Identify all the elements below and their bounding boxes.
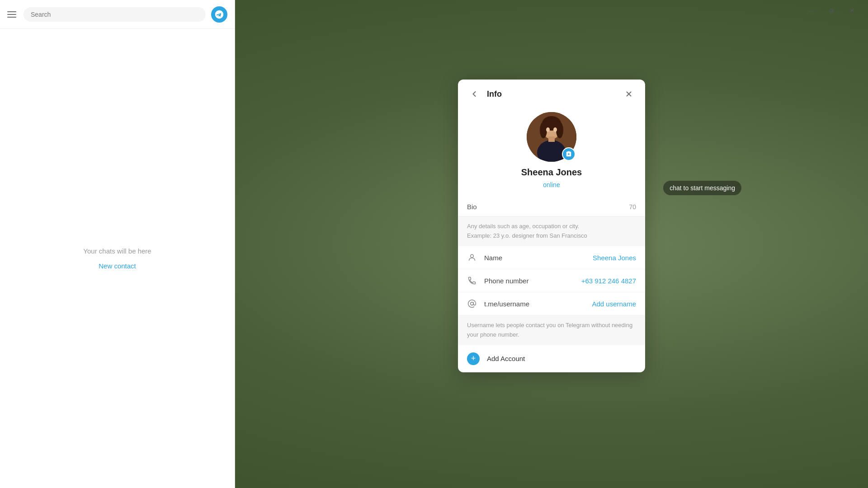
add-account-icon: + — [467, 352, 480, 365]
username-label: t.me/username — [484, 300, 585, 308]
username-row[interactable]: t.me/username Add username — [458, 292, 645, 315]
close-modal-button[interactable] — [622, 87, 636, 101]
telegram-logo — [211, 6, 227, 23]
main-area: chat to start messaging Info — [235, 0, 868, 488]
svg-point-10 — [546, 127, 550, 132]
phone-value[interactable]: +63 912 246 4827 — [581, 277, 636, 285]
phone-label: Phone number — [484, 277, 574, 285]
user-status: online — [543, 181, 560, 188]
bio-section: Bio 70 — [458, 197, 645, 216]
name-label: Name — [484, 254, 585, 262]
new-contact-link[interactable]: New contact — [99, 262, 136, 270]
modal-title: Info — [487, 89, 616, 99]
avatar-section: Sheena Jones online — [458, 108, 645, 197]
bio-char-count: 70 — [629, 203, 636, 211]
window-chrome: — ⧉ ✕ — [795, 0, 868, 21]
empty-chats-text: Your chats will be here — [83, 247, 151, 255]
name-value[interactable]: Sheena Jones — [593, 254, 636, 262]
sidebar-content: Your chats will be here New contact — [0, 29, 235, 488]
svg-point-11 — [553, 127, 557, 132]
bio-row: Bio 70 — [467, 197, 636, 216]
camera-button[interactable] — [562, 147, 576, 161]
add-account-label: Add Account — [487, 355, 525, 362]
bio-hint: Any details such as age, occupation or c… — [458, 216, 645, 246]
phone-icon — [467, 276, 477, 286]
svg-point-13 — [471, 254, 474, 258]
svg-rect-12 — [548, 136, 555, 142]
person-icon — [467, 253, 477, 263]
info-rows: Name Sheena Jones Phone number +63 912 2… — [458, 246, 645, 315]
search-input[interactable] — [24, 7, 206, 22]
svg-point-7 — [540, 122, 547, 138]
bio-hint-line1: Any details such as age, occupation or c… — [467, 222, 636, 231]
menu-icon[interactable] — [7, 9, 18, 20]
minimize-button[interactable]: — — [800, 4, 821, 17]
modal-overlay: Info — [235, 0, 868, 488]
info-modal: Info — [458, 80, 645, 372]
username-value[interactable]: Add username — [592, 300, 636, 308]
close-window-button[interactable]: ✕ — [842, 4, 863, 17]
username-hint: Username lets people contact you on Tele… — [458, 315, 645, 345]
avatar-container — [527, 112, 576, 162]
bio-label: Bio — [467, 203, 477, 211]
svg-point-8 — [556, 122, 563, 138]
user-name: Sheena Jones — [521, 167, 582, 178]
at-icon — [467, 299, 477, 309]
add-account-row[interactable]: + Add Account — [458, 345, 645, 372]
bio-hint-line2: Example: 23 y.o. designer from San Franc… — [467, 231, 636, 241]
back-button[interactable] — [467, 87, 481, 101]
name-row[interactable]: Name Sheena Jones — [458, 246, 645, 269]
phone-row[interactable]: Phone number +63 912 246 4827 — [458, 269, 645, 292]
modal-header: Info — [458, 80, 645, 108]
svg-point-14 — [471, 302, 474, 305]
sidebar-header — [0, 0, 235, 29]
sidebar: Your chats will be here New contact — [0, 0, 235, 488]
maximize-button[interactable]: ⧉ — [821, 4, 842, 17]
